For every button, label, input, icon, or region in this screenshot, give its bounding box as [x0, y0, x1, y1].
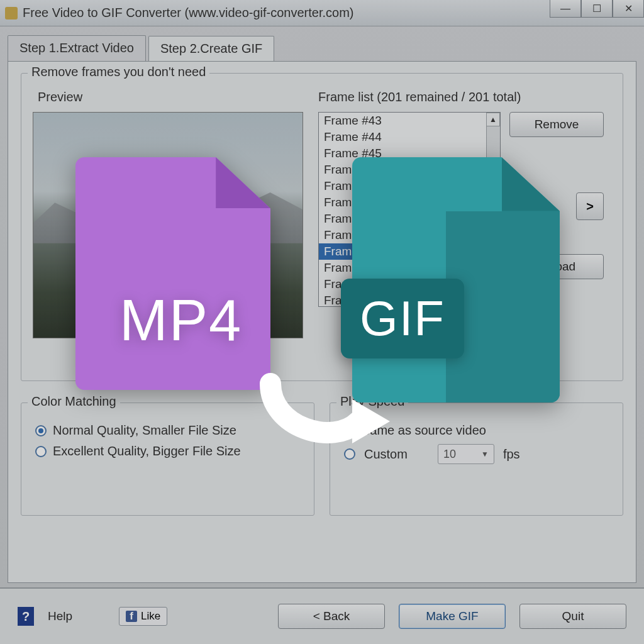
frame-item[interactable]: Frame #54 [319, 292, 500, 307]
chevron-down-icon: ▼ [481, 450, 489, 458]
tab-panel-create-gif: Remove frames you don't need Preview Fra… [8, 61, 636, 583]
maximize-button[interactable]: ☐ [581, 0, 613, 18]
next-page-button[interactable]: > [576, 192, 604, 220]
group-play-speed-legend: Play Speed [336, 394, 408, 409]
facebook-like-button[interactable]: f Like [119, 607, 167, 626]
scroll-up-icon[interactable]: ▲ [486, 113, 500, 126]
group-color-matching: Color Matching Normal Quality, Smaller F… [21, 402, 314, 516]
window-title: Free Video to GIF Converter (www.video-g… [23, 6, 353, 20]
frame-item[interactable]: Frame #48 [319, 194, 500, 211]
radio-excellent-quality[interactable]: Excellent Quality, Bigger File Size [35, 444, 300, 458]
tab-strip: Step 1.Extract Video Step 2.Create GIF [8, 35, 644, 61]
radio-icon [35, 446, 47, 457]
tab-create-gif[interactable]: Step 2.Create GIF [148, 36, 274, 62]
window-controls: — ☐ ✕ [550, 0, 644, 18]
frame-item[interactable]: Frame #49 [319, 211, 500, 227]
fps-unit-label: fps [503, 447, 520, 462]
help-icon[interactable]: ? [18, 607, 34, 626]
remove-button[interactable]: Remove [509, 112, 604, 137]
radio-normal-quality[interactable]: Normal Quality, Smaller File Size [35, 423, 300, 438]
group-color-matching-legend: Color Matching [28, 394, 120, 409]
facebook-icon: f [126, 611, 137, 622]
frame-list-title: Frame list (201 remained / 201 total) [318, 90, 611, 104]
frame-item[interactable]: Frame #45 [319, 145, 500, 162]
group-play-speed: Play Speed Same as source video Custom 1… [330, 402, 623, 516]
frame-list-scrollbar[interactable] [486, 113, 500, 306]
minimize-button[interactable]: — [550, 0, 581, 18]
radio-custom-fps[interactable]: Custom 10 ▼ fps [344, 444, 609, 464]
radio-icon [344, 448, 355, 460]
frame-item[interactable]: Frame #44 [319, 129, 500, 145]
preview-label: Preview [38, 90, 303, 104]
fps-combobox[interactable]: 10 ▼ [438, 444, 494, 464]
radio-label: Same as source video [362, 423, 486, 438]
app-icon [5, 7, 18, 19]
close-button[interactable]: ✕ [613, 0, 644, 18]
frame-item[interactable]: Frame #47 [319, 178, 500, 194]
group-remove-frames-legend: Remove frames you don't need [28, 65, 209, 79]
radio-icon [35, 425, 47, 436]
app-window: Free Video to GIF Converter (www.video-g… [0, 0, 644, 644]
radio-label: Custom [364, 447, 408, 462]
titlebar: Free Video to GIF Converter (www.video-g… [0, 0, 644, 26]
help-label[interactable]: Help [48, 609, 72, 623]
back-button[interactable]: < Back [278, 604, 385, 629]
like-label: Like [141, 610, 160, 623]
tab-extract-video[interactable]: Step 1.Extract Video [8, 35, 146, 61]
radio-label: Excellent Quality, Bigger File Size [53, 444, 241, 458]
frame-item[interactable]: Frame #50 [319, 227, 500, 243]
radio-same-as-source[interactable]: Same as source video [344, 423, 609, 438]
frame-item[interactable]: Frame #43 [319, 113, 500, 129]
reload-button[interactable]: Reload [509, 254, 604, 279]
scroll-down-icon[interactable]: ▼ [486, 292, 500, 306]
frame-item[interactable]: Frame #52 [319, 260, 500, 276]
fps-value: 10 [443, 448, 456, 461]
frame-item-selected[interactable]: Frame #51 [319, 243, 500, 260]
quit-button[interactable]: Quit [519, 604, 626, 629]
frame-listbox[interactable]: Frame #43 Frame #44 Frame #45 Frame #46 … [318, 112, 501, 307]
frame-item[interactable]: Frame #46 [319, 162, 500, 178]
preview-image [33, 112, 303, 338]
make-gif-button[interactable]: Make GIF [399, 604, 506, 629]
group-remove-frames: Remove frames you don't need Preview Fra… [21, 73, 623, 381]
frame-item[interactable]: Frame #53 [319, 276, 500, 292]
radio-label: Normal Quality, Smaller File Size [53, 423, 236, 438]
radio-icon [344, 425, 355, 436]
bottom-bar: ? Help f Like < Back Make GIF Quit [0, 587, 644, 644]
